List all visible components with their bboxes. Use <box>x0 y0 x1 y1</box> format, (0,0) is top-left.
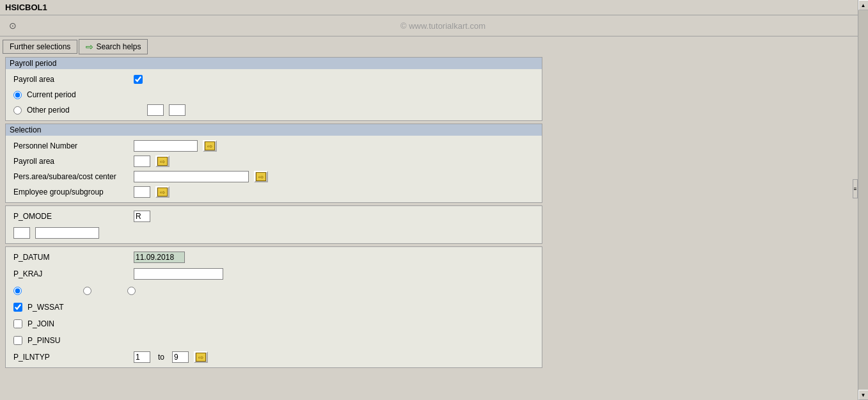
app-title: HSICBOL1 <box>5 3 47 12</box>
clock-icon[interactable]: ⊙ <box>5 18 20 33</box>
pdatum-input[interactable] <box>134 252 185 263</box>
pomode-label: P_OMODE <box>13 212 129 221</box>
pdatum-row: P_DATUM <box>13 251 534 264</box>
pilntyp-arrow-icon: ⇨ <box>196 353 206 362</box>
pjoin-label: P_JOIN <box>28 319 54 328</box>
payroll-area-row: Payroll area <box>13 73 534 86</box>
ppinsu-label: P_PINSU <box>28 336 60 345</box>
pilntyp-label: P_ILNTYP <box>13 353 129 362</box>
payroll-period-header: Payroll period <box>6 58 542 69</box>
search-helps-arrow-icon: ⇨ <box>86 42 93 52</box>
personnel-number-arrow-btn[interactable]: ⇨ <box>203 140 217 152</box>
scroll-track <box>858 10 868 390</box>
payroll-area-selection-row: Payroll area ⇨ <box>13 155 534 168</box>
pilntyp-from-input[interactable] <box>134 351 150 363</box>
other-period-row: Other period <box>13 104 534 116</box>
pomode-extra-input1[interactable] <box>13 227 30 239</box>
toolbar: ⊙ © www.tutorialkart.com <box>0 15 868 36</box>
payroll-period-panel: Payroll period Payroll area Current peri… <box>5 57 542 121</box>
other-period-radio[interactable] <box>13 106 22 115</box>
pwssat-row: P_WSSAT <box>13 301 534 314</box>
selection-header: Selection <box>6 124 542 136</box>
further-selections-tab[interactable]: Further selections <box>3 40 77 54</box>
current-period-label: Current period <box>27 90 142 99</box>
selection-body: Personnel Number ⇨ Payroll area ⇨ Pers.a… <box>6 136 542 202</box>
other-period-input2[interactable] <box>169 104 185 116</box>
scroll-up-btn[interactable]: ▲ <box>858 0 869 10</box>
employee-group-arrow-btn[interactable]: ⇨ <box>155 186 170 198</box>
selection-panel: Selection Personnel Number ⇨ Payroll are… <box>5 124 542 203</box>
payroll-area-selection-arrow-btn[interactable]: ⇨ <box>155 156 170 167</box>
current-period-radio[interactable] <box>13 91 22 99</box>
employee-group-arrow-icon: ⇨ <box>157 188 168 196</box>
pilntyp-row: P_ILNTYP to ⇨ <box>13 351 534 364</box>
pilntyp-to-label: to <box>158 353 164 362</box>
bottom-section: P_DATUM P_KRAJ P_WSSAT P_JOIN P_PINSU P_ <box>5 246 542 368</box>
further-selections-label: Further selections <box>10 42 70 51</box>
pkraj-row: P_KRAJ <box>13 268 534 280</box>
personnel-number-label: Personnel Number <box>13 141 129 150</box>
tab-bar: Further selections ⇨ Search helps <box>0 36 868 54</box>
pomode-section: P_OMODE <box>5 205 542 244</box>
pwssat-label: P_WSSAT <box>28 303 63 312</box>
employee-group-row: Employee group/subgroup ⇨ <box>13 186 534 198</box>
pilntyp-to-input[interactable] <box>172 351 189 363</box>
pers-area-arrow-btn[interactable]: ⇨ <box>254 171 268 182</box>
pers-area-label: Pers.area/subarea/cost center <box>13 172 129 181</box>
title-bar: HSICBOL1 <box>0 0 868 15</box>
bottom-radio1[interactable] <box>13 287 22 295</box>
other-period-input1[interactable] <box>147 104 164 116</box>
pjoin-checkbox[interactable] <box>13 319 22 328</box>
payroll-area-checkbox[interactable] <box>134 75 143 84</box>
pomode-extra-row <box>13 227 534 239</box>
other-period-label: Other period <box>27 106 142 115</box>
ppinsu-row: P_PINSU <box>13 334 534 347</box>
payroll-period-body: Payroll area Current period Other period <box>6 69 542 120</box>
payroll-area-selection-input[interactable] <box>134 156 150 167</box>
search-helps-tab[interactable]: ⇨ Search helps <box>79 39 148 54</box>
pomode-extra-input2[interactable] <box>35 227 99 239</box>
personnel-number-row: Personnel Number ⇨ <box>13 140 534 152</box>
payroll-area-label: Payroll area <box>13 75 129 84</box>
pers-area-input[interactable] <box>134 171 249 182</box>
pers-area-row: Pers.area/subarea/cost center ⇨ <box>13 170 534 183</box>
pdatum-label: P_DATUM <box>13 253 129 262</box>
watermark: © www.tutorialkart.com <box>23 21 863 31</box>
pomode-input[interactable] <box>134 211 150 222</box>
current-period-row: Current period <box>13 88 534 101</box>
bottom-radio2[interactable] <box>83 287 91 295</box>
pkraj-label: P_KRAJ <box>13 269 129 278</box>
pers-area-arrow-icon: ⇨ <box>256 172 266 181</box>
pjoin-row: P_JOIN <box>13 317 534 330</box>
pilntyp-arrow-btn[interactable]: ⇨ <box>194 351 208 363</box>
pkraj-input[interactable] <box>134 268 223 280</box>
employee-group-label: Employee group/subgroup <box>13 188 129 196</box>
employee-group-input[interactable] <box>134 186 150 198</box>
scroll-down-btn[interactable]: ▼ <box>858 390 869 400</box>
ppinsu-checkbox[interactable] <box>13 336 22 345</box>
search-helps-label: Search helps <box>96 42 141 51</box>
payroll-area-selection-label: Payroll area <box>13 157 129 166</box>
scrollbar: ▲ ▼ <box>858 0 868 400</box>
payroll-area-selection-arrow-icon: ⇨ <box>157 157 168 166</box>
splitter[interactable]: ≡ <box>853 179 858 198</box>
pomode-row: P_OMODE <box>13 210 534 223</box>
personnel-number-input[interactable] <box>134 140 198 152</box>
radio-row <box>13 284 534 297</box>
main-content: Payroll period Payroll area Current peri… <box>0 54 868 400</box>
pwssat-checkbox[interactable] <box>13 303 22 312</box>
bottom-radio3[interactable] <box>127 287 136 295</box>
personnel-number-arrow-icon: ⇨ <box>205 141 215 150</box>
